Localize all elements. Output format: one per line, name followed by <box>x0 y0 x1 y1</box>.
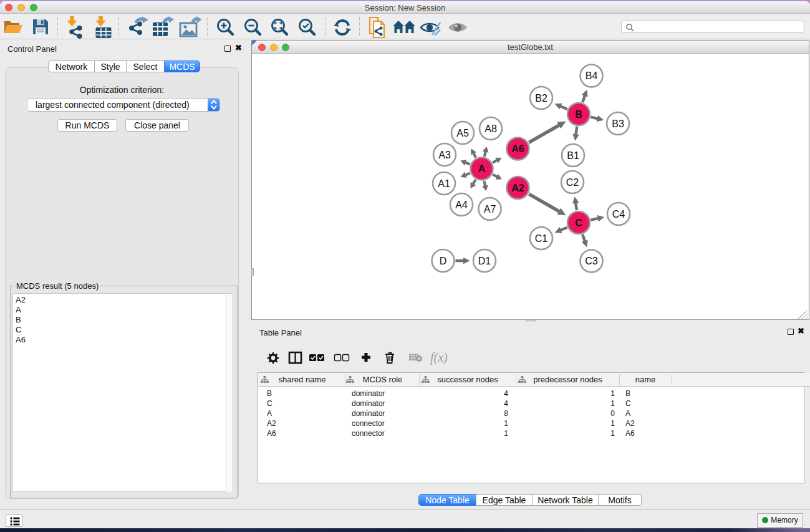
svg-text:A4: A4 <box>455 200 468 210</box>
svg-text:B1: B1 <box>567 150 579 161</box>
svg-text:D: D <box>440 256 447 266</box>
svg-text:D1: D1 <box>478 256 491 266</box>
svg-text:C4: C4 <box>612 209 625 220</box>
svg-text:C1: C1 <box>535 233 548 244</box>
svg-text:A6: A6 <box>511 143 524 154</box>
svg-text:A7: A7 <box>484 204 496 215</box>
svg-text:A: A <box>478 163 486 174</box>
svg-text:A8: A8 <box>485 123 497 134</box>
svg-text:A3: A3 <box>438 150 451 160</box>
svg-text:A5: A5 <box>456 128 469 138</box>
svg-text:B4: B4 <box>586 70 598 81</box>
svg-text:C2: C2 <box>566 177 579 188</box>
svg-text:B2: B2 <box>535 93 547 104</box>
svg-text:B: B <box>575 109 582 120</box>
svg-text:B3: B3 <box>612 118 624 129</box>
svg-text:f(x): f(x) <box>430 351 448 365</box>
svg-text:A1: A1 <box>438 178 450 189</box>
svg-text:C3: C3 <box>585 256 598 266</box>
svg-text:C: C <box>575 218 582 228</box>
svg-text:A2: A2 <box>511 183 524 193</box>
